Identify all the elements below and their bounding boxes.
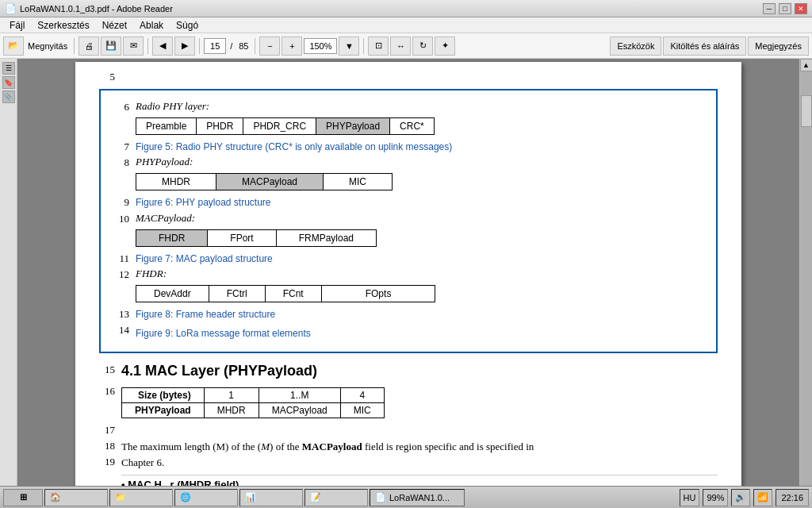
menu-view[interactable]: Nézet xyxy=(96,18,133,33)
pp-cell-mic: MIC xyxy=(324,174,393,190)
next-page-button[interactable]: ▶ xyxy=(174,37,195,56)
taskbar-app-1[interactable]: 🏠 xyxy=(44,489,108,506)
mp-cell-fport: FPort xyxy=(208,229,276,246)
para-macpayload-bold: MACPayload xyxy=(302,441,362,452)
taskbar-app-5[interactable]: 📝 xyxy=(304,489,368,506)
phypayload-cell-macpayload: MACPayload xyxy=(259,402,340,418)
fig6-caption: Figure 6: PHY payload structure xyxy=(136,197,703,208)
taskbar-app-icon-2: 📁 xyxy=(115,492,126,502)
section41-table: Size (bytes) 1 1..M 4 PHYPayload MHDR MA… xyxy=(121,387,385,418)
page-separator: / xyxy=(228,41,235,51)
open-label: Megnyitás xyxy=(25,41,70,51)
line-num-19: 19 xyxy=(99,455,121,469)
save-button[interactable]: 💾 xyxy=(101,37,121,56)
nav-icon-3[interactable]: 📎 xyxy=(2,90,15,103)
taskbar-app-icon-5: 📝 xyxy=(310,492,321,502)
phy-cell-phdr: PHDR xyxy=(197,118,243,135)
open-icon: 📂 xyxy=(8,40,19,51)
fill-sign-button[interactable]: Kitöltés és aláírás xyxy=(663,37,746,56)
nav-icon-1[interactable]: ☰ xyxy=(2,62,15,75)
zoom-input[interactable] xyxy=(304,38,337,54)
pdf-page: 5 6 Radio PHY layer: Preamble PHDR PHDR_… xyxy=(75,62,741,506)
pp-cell-macpayload: MACPayload xyxy=(216,174,324,190)
line-content-8: PHYPayload: MHDR MACPayload MIC xyxy=(136,156,703,194)
taskbar-pdf-label: LoRaWAN1.0... xyxy=(389,493,450,502)
size-bytes-header: Size (bytes) xyxy=(122,387,205,402)
macpayload-table: FHDR FPort FRMPayload xyxy=(136,229,377,247)
phy-cell-phypayload: PHYPayload xyxy=(316,118,390,135)
fit-width-button[interactable]: ↔ xyxy=(390,37,411,56)
taskbar-app-2[interactable]: 📁 xyxy=(109,489,173,506)
line-content-12: FHDR: DevAddr FCtrl FCnt FOpts xyxy=(136,267,703,306)
clock: 22:16 xyxy=(776,489,809,506)
rotate-button[interactable]: ↻ xyxy=(412,37,433,56)
tools-button[interactable]: Eszközök xyxy=(610,37,661,56)
taskbar: ⊞ 🏠 📁 🌐 📊 📝 📄 LoRaWAN1.0... HU 99% 🔊 📶 2… xyxy=(0,486,812,508)
line-row-12: 12 FHDR: DevAddr FCtrl FCnt FOpts xyxy=(113,267,703,306)
right-scrollbar: ▲ ▼ xyxy=(799,59,812,508)
fig7-caption: Figure 7: MAC payload structure xyxy=(136,253,703,264)
taskbar-app-pdf[interactable]: 📄 LoRaWAN1.0... xyxy=(370,489,465,506)
start-icon: ⊞ xyxy=(20,492,27,502)
scroll-track[interactable] xyxy=(800,71,812,495)
line-num-13: 13 xyxy=(113,307,136,321)
maximize-button[interactable]: □ xyxy=(779,3,791,14)
line-num-17: 17 xyxy=(99,423,121,437)
line-num-9: 9 xyxy=(113,195,136,210)
fhdr-cell-fopts: FOpts xyxy=(321,285,435,302)
menu-window[interactable]: Ablak xyxy=(133,18,170,33)
taskbar-pdf-icon: 📄 xyxy=(375,492,386,502)
select-button[interactable]: ✦ xyxy=(435,37,455,56)
size-col-1: 1 xyxy=(204,387,259,402)
fig9-caption: Figure 9: LoRa message format elements xyxy=(136,328,703,339)
close-button[interactable]: ✕ xyxy=(795,3,807,14)
phypayload-row-header: PHYPayload xyxy=(122,402,205,418)
scroll-thumb[interactable] xyxy=(801,95,812,127)
minimize-button[interactable]: ─ xyxy=(763,3,776,14)
taskbar-app-4[interactable]: 📊 xyxy=(239,489,303,506)
fhdr-table: DevAddr FCtrl FCnt FOpts xyxy=(136,285,435,302)
line-row-15: 15 4.1 MAC Layer (PHYPayload) xyxy=(99,358,718,383)
taskbar-right: HU 99% 🔊 📶 22:16 xyxy=(680,489,809,506)
menu-edit[interactable]: Szerkesztés xyxy=(31,18,95,33)
phypayload-table: MHDR MACPayload MIC xyxy=(136,173,393,190)
phy-cell-phdr-crc: PHDR_CRC xyxy=(243,118,316,135)
line-content-10: MACPayload: FHDR FPort FRMPayload xyxy=(136,212,703,250)
menu-bar: Fájl Szerkesztés Nézet Ablak Súgó xyxy=(0,17,812,33)
taskbar-app-icon-3: 🌐 xyxy=(180,492,191,502)
line-row-18-19: 18 19 The maximum length (M) of the (M) … xyxy=(99,439,718,470)
nav-icon-2[interactable]: 🔖 xyxy=(2,76,15,89)
taskbar-app-3[interactable]: 🌐 xyxy=(174,489,238,506)
zoom-in-button[interactable]: + xyxy=(282,37,302,56)
menu-help[interactable]: Súgó xyxy=(170,18,205,33)
phypayload-cell-mhdr: MHDR xyxy=(204,402,259,418)
line-num-11: 11 xyxy=(113,252,136,266)
line-row-14: 14 Figure 9: LoRa message format element… xyxy=(113,323,703,341)
prev-page-button[interactable]: ◀ xyxy=(152,37,173,56)
email-button[interactable]: ✉ xyxy=(123,37,144,56)
toolbar: 📂 Megnyitás 🖨 💾 ✉ ◀ ▶ / 85 − + ▼ ⊡ ↔ ↻ ✦… xyxy=(0,33,812,59)
line-num-5: 5 xyxy=(99,70,121,84)
battery-indicator: 99% xyxy=(703,489,728,506)
line-num-8: 8 xyxy=(113,156,136,170)
diagram-box: 6 Radio PHY layer: Preamble PHDR PHDR_CR… xyxy=(99,89,718,353)
zoom-dropdown-button[interactable]: ▼ xyxy=(339,37,359,56)
line-content-13: Figure 8: Frame header structure xyxy=(136,307,703,321)
line-row-5: 5 xyxy=(99,70,718,84)
line-content-14: Figure 9: LoRa message format elements xyxy=(136,323,703,341)
network-icon: 📶 xyxy=(753,489,772,506)
open-button[interactable]: 📂 xyxy=(3,37,24,56)
scroll-up-button[interactable]: ▲ xyxy=(800,59,813,71)
para-italic-m: M xyxy=(261,441,270,452)
para-text-1: The maximum length (M) of the xyxy=(121,441,255,452)
line-row-17: 17 xyxy=(99,423,718,437)
menu-file[interactable]: Fájl xyxy=(3,18,31,33)
print-button[interactable]: 🖨 xyxy=(79,37,99,56)
left-panel: ☰ 🔖 📎 xyxy=(0,59,17,508)
taskbar-app-icon-4: 📊 xyxy=(245,492,256,502)
start-button[interactable]: ⊞ xyxy=(3,489,43,506)
zoom-out-button[interactable]: − xyxy=(259,37,280,56)
page-number-input[interactable] xyxy=(204,38,226,54)
fit-page-button[interactable]: ⊡ xyxy=(368,37,389,56)
comment-button[interactable]: Megjegyzés xyxy=(748,37,809,56)
